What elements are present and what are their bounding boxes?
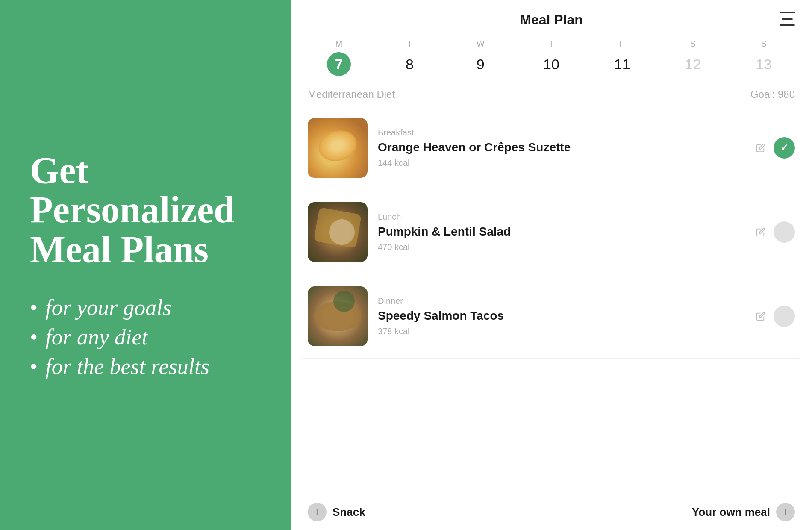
snack-plus-icon: + [308, 503, 327, 521]
bullet-item-1: for your goals [30, 295, 261, 320]
cal-day-label-thu: T [549, 39, 554, 49]
calendar-row: M 7 T 8 W 9 T 10 F 11 S 12 S 13 [291, 35, 812, 83]
meal-kcal-lunch: 470 kcal [378, 242, 744, 252]
cal-day-num-mon: 7 [327, 52, 351, 76]
meal-type-breakfast: Breakfast [378, 128, 744, 138]
cal-day-label-sat: S [690, 39, 696, 49]
edit-icon-breakfast[interactable] [755, 142, 767, 154]
filter-line-mid [782, 18, 792, 20]
meals-container: Breakfast Orange Heaven or Crêpes Suzett… [291, 106, 812, 494]
diet-name: Mediterranean Diet [308, 88, 395, 100]
meal-name-dinner: Speedy Salmon Tacos [378, 309, 744, 323]
cal-day-label-sun: S [761, 39, 766, 49]
filter-icon[interactable] [780, 12, 795, 26]
cal-day-thu[interactable]: T 10 [534, 39, 568, 76]
meal-image-dinner [308, 286, 368, 346]
cal-day-wed[interactable]: W 9 [463, 39, 497, 76]
meal-name-breakfast: Orange Heaven or Crêpes Suzette [378, 140, 744, 155]
own-meal-plus-icon: + [776, 503, 795, 521]
cal-day-num-thu: 10 [539, 52, 563, 76]
meal-item-breakfast: Breakfast Orange Heaven or Crêpes Suzett… [303, 106, 799, 190]
meal-info-dinner: Dinner Speedy Salmon Tacos 378 kcal [378, 296, 744, 336]
cal-day-label-mon: M [335, 39, 343, 49]
meal-actions-breakfast: ✓ [755, 137, 795, 159]
edit-icon-lunch[interactable] [755, 226, 767, 238]
bullet-list: for your goals for any diet for the best… [30, 295, 261, 379]
meal-item-dinner: Dinner Speedy Salmon Tacos 378 kcal [303, 274, 799, 359]
add-snack-button[interactable]: + Snack [308, 503, 365, 521]
own-meal-label: Your own meal [692, 506, 770, 519]
check-circle-dinner[interactable] [774, 306, 795, 327]
cal-day-mon[interactable]: M 7 [322, 39, 356, 76]
cal-day-tue[interactable]: T 8 [393, 39, 427, 76]
meal-item-lunch: Lunch Pumpkin & Lentil Salad 470 kcal [303, 190, 799, 274]
snack-label: Snack [332, 506, 365, 519]
meal-type-lunch: Lunch [378, 212, 744, 222]
meal-image-breakfast [308, 118, 368, 178]
cal-day-num-sat: 12 [681, 52, 705, 76]
meal-actions-lunch [755, 221, 795, 243]
cal-day-num-sun: 13 [752, 52, 776, 76]
bottom-bar: + Snack Your own meal + [291, 494, 812, 530]
diet-info: Mediterranean Diet Goal: 980 [291, 83, 812, 106]
meal-kcal-breakfast: 144 kcal [378, 158, 744, 168]
cal-day-num-wed: 9 [468, 52, 492, 76]
diet-goal: Goal: 980 [750, 88, 795, 100]
filter-line-bot [780, 24, 795, 26]
check-circle-lunch[interactable] [774, 221, 795, 243]
meal-image-lunch [308, 202, 368, 262]
add-own-meal-button[interactable]: Your own meal + [692, 503, 795, 521]
meal-name-lunch: Pumpkin & Lentil Salad [378, 224, 744, 239]
edit-icon-dinner[interactable] [755, 310, 767, 322]
checkmark-breakfast: ✓ [780, 142, 788, 153]
cal-day-label-fri: F [620, 39, 625, 49]
main-heading: Get Personalized Meal Plans [30, 151, 261, 269]
check-circle-breakfast[interactable]: ✓ [774, 137, 795, 159]
filter-line-top [780, 12, 795, 13]
meal-kcal-dinner: 378 kcal [378, 327, 744, 336]
left-panel: Get Personalized Meal Plans for your goa… [0, 0, 291, 530]
cal-day-sun[interactable]: S 13 [747, 39, 781, 76]
meal-type-dinner: Dinner [378, 296, 744, 306]
meal-plan-header: Meal Plan [291, 0, 812, 35]
cal-day-sat[interactable]: S 12 [676, 39, 710, 76]
cal-day-fri[interactable]: F 11 [605, 39, 639, 76]
meal-plan-title: Meal Plan [520, 12, 583, 28]
meal-info-breakfast: Breakfast Orange Heaven or Crêpes Suzett… [378, 128, 744, 168]
meal-info-lunch: Lunch Pumpkin & Lentil Salad 470 kcal [378, 212, 744, 252]
cal-day-label-tue: T [407, 39, 412, 49]
bullet-item-3: for the best results [30, 354, 261, 379]
cal-day-label-wed: W [477, 39, 485, 49]
meal-actions-dinner [755, 306, 795, 327]
cal-day-num-tue: 8 [398, 52, 422, 76]
right-panel: Meal Plan M 7 T 8 W 9 T 10 F 11 S [291, 0, 812, 530]
bullet-item-2: for any diet [30, 324, 261, 350]
cal-day-num-fri: 11 [610, 52, 634, 76]
